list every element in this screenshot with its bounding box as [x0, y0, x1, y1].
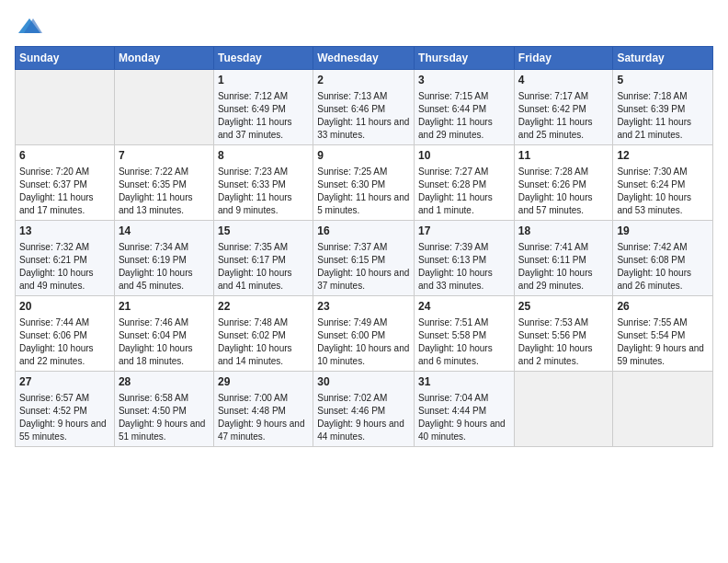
day-info: Sunset: 4:46 PM [317, 405, 410, 418]
day-info: Sunset: 6:30 PM [317, 178, 410, 191]
day-number: 6 [19, 148, 110, 164]
day-info: Daylight: 11 hours and 29 minutes. [418, 116, 510, 142]
day-info: Sunrise: 7:35 AM [218, 241, 309, 254]
calendar-week-row: 1Sunrise: 7:12 AMSunset: 6:49 PMDaylight… [16, 70, 713, 145]
calendar-cell: 14Sunrise: 7:34 AMSunset: 6:19 PMDayligh… [114, 221, 213, 296]
day-number: 23 [317, 299, 410, 315]
calendar-body: 1Sunrise: 7:12 AMSunset: 6:49 PMDaylight… [16, 70, 713, 447]
day-info: Daylight: 9 hours and 47 minutes. [218, 418, 309, 443]
page-header [15, 15, 713, 40]
day-info: Sunrise: 7:53 AM [518, 316, 609, 329]
day-number: 31 [418, 374, 510, 390]
day-info: Sunset: 6:17 PM [218, 254, 309, 267]
calendar-cell [16, 70, 115, 145]
day-info: Sunset: 6:15 PM [317, 254, 410, 267]
calendar-table: SundayMondayTuesdayWednesdayThursdayFrid… [15, 46, 713, 447]
day-info: Sunset: 4:48 PM [218, 405, 309, 418]
day-info: Sunset: 6:00 PM [317, 329, 410, 342]
day-info: Sunset: 6:26 PM [518, 178, 609, 191]
calendar-cell: 13Sunrise: 7:32 AMSunset: 6:21 PMDayligh… [16, 221, 115, 296]
day-info: Daylight: 11 hours and 25 minutes. [518, 116, 609, 142]
day-info: Sunrise: 7:39 AM [418, 241, 510, 254]
day-info: Daylight: 9 hours and 44 minutes. [317, 418, 410, 443]
day-info: Sunset: 4:52 PM [19, 405, 110, 418]
day-info: Sunset: 6:04 PM [119, 329, 210, 342]
day-info: Sunset: 6:08 PM [617, 254, 709, 267]
day-info: Daylight: 11 hours and 9 minutes. [218, 191, 309, 217]
calendar-cell: 29Sunrise: 7:00 AMSunset: 4:48 PMDayligh… [213, 372, 313, 447]
calendar-cell: 28Sunrise: 6:58 AMSunset: 4:50 PMDayligh… [114, 372, 213, 447]
day-number: 14 [119, 224, 210, 239]
calendar-cell: 18Sunrise: 7:41 AMSunset: 6:11 PMDayligh… [514, 221, 613, 296]
calendar-cell: 22Sunrise: 7:48 AMSunset: 6:02 PMDayligh… [213, 296, 313, 372]
day-info: Sunrise: 7:49 AM [317, 316, 410, 329]
calendar-cell: 30Sunrise: 7:02 AMSunset: 4:46 PMDayligh… [313, 372, 415, 447]
day-info: Daylight: 11 hours and 21 minutes. [617, 116, 709, 142]
day-info: Sunset: 6:11 PM [518, 254, 609, 267]
calendar-cell: 17Sunrise: 7:39 AMSunset: 6:13 PMDayligh… [415, 221, 515, 296]
day-info: Sunrise: 7:22 AM [119, 166, 210, 178]
calendar-cell: 15Sunrise: 7:35 AMSunset: 6:17 PMDayligh… [213, 221, 313, 296]
day-info: Sunrise: 7:42 AM [617, 241, 709, 254]
day-info: Sunset: 4:44 PM [418, 405, 510, 418]
calendar-cell: 8Sunrise: 7:23 AMSunset: 6:33 PMDaylight… [213, 145, 313, 221]
day-info: Sunrise: 7:20 AM [19, 166, 110, 178]
calendar-cell: 31Sunrise: 7:04 AMSunset: 4:44 PMDayligh… [415, 372, 515, 447]
day-number: 20 [19, 299, 110, 315]
day-info: Sunrise: 7:00 AM [218, 392, 309, 405]
calendar-cell: 26Sunrise: 7:55 AMSunset: 5:54 PMDayligh… [613, 296, 713, 372]
day-info: Daylight: 10 hours and 57 minutes. [518, 191, 609, 217]
day-info: Sunset: 6:49 PM [218, 103, 309, 116]
day-info: Daylight: 10 hours and 6 minutes. [418, 342, 510, 368]
day-number: 21 [119, 299, 210, 315]
calendar-cell: 1Sunrise: 7:12 AMSunset: 6:49 PMDaylight… [213, 70, 313, 145]
day-number: 18 [518, 224, 609, 239]
calendar-cell: 20Sunrise: 7:44 AMSunset: 6:06 PMDayligh… [16, 296, 115, 372]
day-info: Sunrise: 7:25 AM [317, 166, 410, 178]
calendar-cell [114, 70, 213, 145]
day-number: 25 [518, 299, 609, 315]
day-info: Sunrise: 7:44 AM [19, 316, 110, 329]
day-info: Sunset: 6:21 PM [19, 254, 110, 267]
day-info: Sunset: 6:44 PM [418, 103, 510, 116]
day-info: Sunset: 6:42 PM [518, 103, 609, 116]
day-info: Sunrise: 7:17 AM [518, 90, 609, 103]
day-number: 7 [119, 148, 210, 164]
day-number: 3 [418, 73, 510, 88]
calendar-cell: 2Sunrise: 7:13 AMSunset: 6:46 PMDaylight… [313, 70, 415, 145]
day-info: Sunrise: 7:13 AM [317, 90, 410, 103]
day-info: Sunrise: 7:02 AM [317, 392, 410, 405]
calendar-week-row: 13Sunrise: 7:32 AMSunset: 6:21 PMDayligh… [16, 221, 713, 296]
day-number: 4 [518, 73, 609, 88]
day-number: 11 [518, 148, 609, 164]
weekday-header: Thursday [415, 47, 515, 70]
calendar-cell: 25Sunrise: 7:53 AMSunset: 5:56 PMDayligh… [514, 296, 613, 372]
day-info: Sunset: 6:39 PM [617, 103, 709, 116]
day-info: Daylight: 10 hours and 37 minutes. [317, 267, 410, 293]
day-info: Sunrise: 7:15 AM [418, 90, 510, 103]
day-info: Sunset: 6:33 PM [218, 178, 309, 191]
day-info: Sunset: 6:35 PM [119, 178, 210, 191]
day-number: 12 [617, 148, 709, 164]
day-info: Sunrise: 7:18 AM [617, 90, 709, 103]
day-info: Sunset: 6:19 PM [119, 254, 210, 267]
calendar-cell: 5Sunrise: 7:18 AMSunset: 6:39 PMDaylight… [613, 70, 713, 145]
day-info: Daylight: 9 hours and 40 minutes. [418, 418, 510, 443]
day-info: Daylight: 9 hours and 51 minutes. [119, 418, 210, 443]
day-info: Sunset: 5:58 PM [418, 329, 510, 342]
day-info: Daylight: 10 hours and 18 minutes. [119, 342, 210, 368]
calendar-cell [613, 372, 713, 447]
day-info: Daylight: 11 hours and 1 minute. [418, 191, 510, 217]
calendar-cell: 11Sunrise: 7:28 AMSunset: 6:26 PMDayligh… [514, 145, 613, 221]
calendar-cell: 6Sunrise: 7:20 AMSunset: 6:37 PMDaylight… [16, 145, 115, 221]
day-info: Sunset: 6:13 PM [418, 254, 510, 267]
day-info: Daylight: 10 hours and 14 minutes. [218, 342, 309, 368]
day-info: Daylight: 11 hours and 5 minutes. [317, 191, 410, 217]
calendar-week-row: 20Sunrise: 7:44 AMSunset: 6:06 PMDayligh… [16, 296, 713, 372]
day-number: 15 [218, 224, 309, 239]
day-info: Daylight: 10 hours and 53 minutes. [617, 191, 709, 217]
day-info: Sunrise: 7:37 AM [317, 241, 410, 254]
calendar-cell: 19Sunrise: 7:42 AMSunset: 6:08 PMDayligh… [613, 221, 713, 296]
day-info: Daylight: 10 hours and 29 minutes. [518, 267, 609, 293]
day-info: Daylight: 11 hours and 17 minutes. [19, 191, 110, 217]
